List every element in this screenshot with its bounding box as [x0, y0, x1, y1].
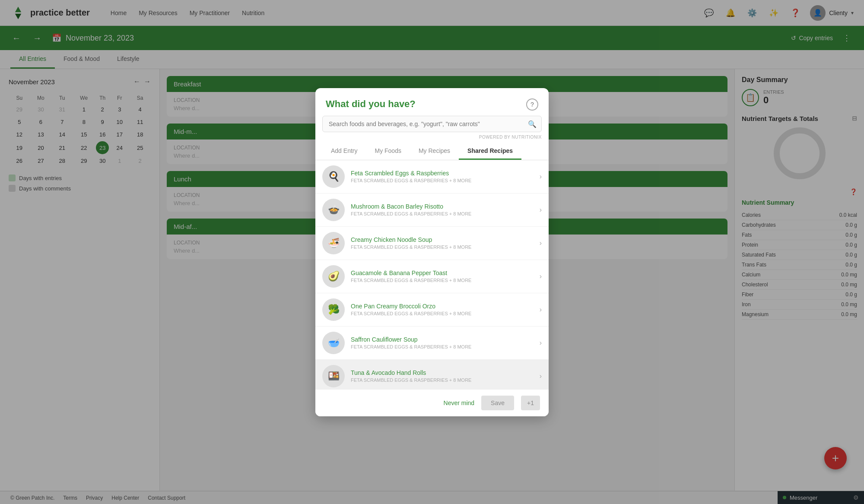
powered-by-label: POWERED BY NUTRITIONIX	[322, 135, 542, 139]
recipe-sub-3: FETA SCRAMBLED EGGS & RASPBERRIES + 8 MO…	[351, 278, 540, 283]
modal-tab-my-recipes[interactable]: My Recipes	[410, 143, 459, 160]
recipe-thumb-2: 🍜	[322, 232, 345, 254]
food-entry-modal: What did you have? ? 🔍 POWERED BY NUTRIT…	[315, 88, 549, 416]
recipe-sub-4: FETA SCRAMBLED EGGS & RASPBERRIES + 8 MO…	[351, 311, 540, 316]
recipe-info-0: Feta Scrambled Eggs & Raspberries FETA S…	[351, 170, 540, 183]
chevron-right-icon-1: ›	[540, 206, 542, 214]
chevron-right-icon-2: ›	[540, 239, 542, 247]
save-button[interactable]: Save	[481, 396, 514, 410]
recipe-thumb-3: 🥑	[322, 265, 345, 288]
modal-tab-my-foods[interactable]: My Foods	[366, 143, 410, 160]
recipe-item-6[interactable]: 🍱 Tuna & Avocado Hand Rolls FETA SCRAMBL…	[315, 360, 549, 389]
search-icon: 🔍	[528, 120, 537, 128]
recipe-name-2: Creamy Chicken Noodle Soup	[351, 236, 540, 243]
recipe-item-3[interactable]: 🥑 Guacamole & Banana Pepper Toast FETA S…	[315, 260, 549, 293]
recipe-thumb-6: 🍱	[322, 365, 345, 387]
modal-footer: Never mind Save +1	[315, 389, 549, 416]
recipe-info-3: Guacamole & Banana Pepper Toast FETA SCR…	[351, 269, 540, 283]
recipe-info-2: Creamy Chicken Noodle Soup FETA SCRAMBLE…	[351, 236, 540, 250]
recipe-name-5: Saffron Cauliflower Soup	[351, 336, 540, 343]
modal-overlay[interactable]: What did you have? ? 🔍 POWERED BY NUTRIT…	[0, 0, 864, 504]
recipe-name-1: Mushroom & Bacon Barley Risotto	[351, 203, 540, 210]
recipe-thumb-4: 🥦	[322, 298, 345, 321]
recipe-sub-5: FETA SCRAMBLED EGGS & RASPBERRIES + 8 MO…	[351, 344, 540, 349]
recipe-info-6: Tuna & Avocado Hand Rolls FETA SCRAMBLED…	[351, 369, 540, 383]
recipe-item-0[interactable]: 🍳 Feta Scrambled Eggs & Raspberries FETA…	[315, 160, 549, 193]
recipe-info-1: Mushroom & Bacon Barley Risotto FETA SCR…	[351, 203, 540, 216]
chevron-right-icon-0: ›	[540, 173, 542, 181]
chevron-right-icon-4: ›	[540, 306, 542, 314]
search-bar: 🔍	[322, 116, 542, 132]
recipe-info-5: Saffron Cauliflower Soup FETA SCRAMBLED …	[351, 336, 540, 349]
modal-header: What did you have? ?	[315, 88, 549, 116]
recipe-name-4: One Pan Creamy Broccoli Orzo	[351, 303, 540, 310]
recipe-name-0: Feta Scrambled Eggs & Raspberries	[351, 170, 540, 177]
modal-help-button[interactable]: ?	[526, 98, 538, 111]
recipe-thumb-5: 🥣	[322, 332, 345, 354]
recipe-thumb-1: 🍲	[322, 199, 345, 221]
modal-tab-shared-recipes[interactable]: Shared Recipes	[459, 143, 521, 160]
recipe-sub-1: FETA SCRAMBLED EGGS & RASPBERRIES + 8 MO…	[351, 211, 540, 216]
recipe-name-3: Guacamole & Banana Pepper Toast	[351, 269, 540, 276]
recipe-sub-6: FETA SCRAMBLED EGGS & RASPBERRIES + 8 MO…	[351, 377, 540, 383]
chevron-right-icon-6: ›	[540, 372, 542, 380]
modal-tabs: Add Entry My Foods My Recipes Shared Rec…	[315, 143, 549, 160]
recipe-name-6: Tuna & Avocado Hand Rolls	[351, 369, 540, 376]
modal-tab-add-entry[interactable]: Add Entry	[322, 143, 366, 160]
chevron-right-icon-3: ›	[540, 273, 542, 280]
chevron-right-icon-5: ›	[540, 339, 542, 347]
recipe-item-4[interactable]: 🥦 One Pan Creamy Broccoli Orzo FETA SCRA…	[315, 293, 549, 326]
recipe-item-2[interactable]: 🍜 Creamy Chicken Noodle Soup FETA SCRAMB…	[315, 227, 549, 260]
recipe-item-5[interactable]: 🥣 Saffron Cauliflower Soup FETA SCRAMBLE…	[315, 326, 549, 360]
recipe-info-4: One Pan Creamy Broccoli Orzo FETA SCRAMB…	[351, 303, 540, 316]
modal-title: What did you have?	[326, 98, 416, 110]
recipe-sub-2: FETA SCRAMBLED EGGS & RASPBERRIES + 8 MO…	[351, 244, 540, 250]
recipe-list: 🍳 Feta Scrambled Eggs & Raspberries FETA…	[315, 160, 549, 389]
recipe-thumb-0: 🍳	[322, 165, 345, 188]
plus-one-button[interactable]: +1	[521, 396, 540, 410]
never-mind-button[interactable]: Never mind	[444, 399, 475, 406]
recipe-sub-0: FETA SCRAMBLED EGGS & RASPBERRIES + 8 MO…	[351, 178, 540, 183]
search-input[interactable]	[322, 116, 542, 132]
recipe-item-1[interactable]: 🍲 Mushroom & Bacon Barley Risotto FETA S…	[315, 193, 549, 227]
